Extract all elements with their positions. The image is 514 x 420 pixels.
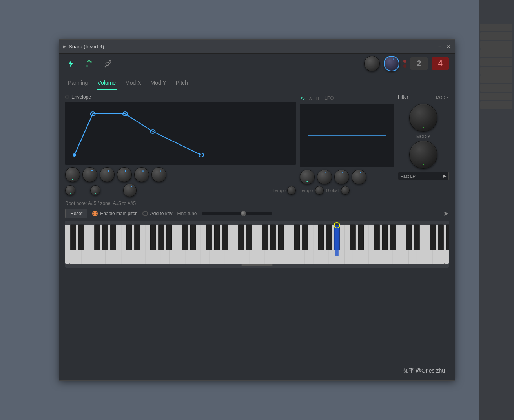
arrow-right-button[interactable]: ➤ — [443, 209, 449, 218]
add-to-key-group: Add to key — [142, 211, 173, 216]
toolbar-knob-2[interactable] — [384, 56, 399, 71]
svg-point-1 — [88, 60, 90, 61]
svg-rect-91 — [414, 225, 419, 250]
enable-pitch-radio[interactable] — [92, 211, 98, 216]
settings-icon[interactable] — [103, 58, 114, 69]
svg-rect-83 — [326, 225, 332, 250]
envelope-knobs-row2: Tempo — [65, 184, 296, 197]
lfo-knob-2[interactable] — [317, 170, 332, 184]
svg-rect-82 — [318, 225, 324, 250]
main-window: ▶ Snare (Insert 4) − ✕ — [59, 39, 455, 381]
env-knob-5[interactable] — [134, 167, 149, 182]
enable-pitch-label: Enable main pitch — [100, 211, 137, 216]
tab-pitch[interactable]: Pitch — [175, 77, 189, 90]
piano-nav-left[interactable]: < — [68, 261, 71, 267]
piano-nav-right[interactable]: > — [443, 261, 446, 267]
env-knob-2[interactable] — [82, 167, 97, 182]
env-knob-sub-3[interactable] — [123, 184, 137, 197]
lfo-sub-row: Tempo Global — [300, 186, 394, 195]
tab-bar: Panning Volume Mod X Mod Y Pitch — [59, 73, 455, 90]
lfo-tempo-label: Tempo — [300, 188, 313, 193]
title-controls: − ✕ — [438, 44, 451, 49]
watermark: 知乎 @Ories zhu — [403, 367, 445, 374]
svg-rect-65 — [126, 225, 132, 250]
svg-rect-61 — [78, 225, 84, 250]
lfo-square-icon[interactable]: ⊓ — [315, 95, 320, 102]
indicator-dot-1 — [403, 60, 406, 63]
env-knob-sub-1[interactable] — [65, 185, 75, 195]
toolbar-knob-1[interactable] — [364, 56, 380, 71]
tempo-knob[interactable] — [287, 186, 296, 195]
lfo-knob-4[interactable] — [352, 170, 366, 184]
tab-volume[interactable]: Volume — [97, 77, 117, 90]
envelope-section: Envelope — [65, 94, 296, 197]
svg-rect-94 — [446, 225, 449, 250]
lfo-global-knob[interactable] — [341, 186, 350, 195]
tab-modx[interactable]: Mod X — [124, 77, 142, 90]
svg-rect-63 — [102, 225, 108, 250]
svg-rect-81 — [302, 225, 308, 250]
filter-dropdown-arrow: ▶ — [443, 173, 446, 179]
svg-rect-60 — [70, 225, 76, 250]
lfo-label: LFO — [324, 95, 334, 101]
tab-panning[interactable]: Panning — [67, 77, 89, 90]
svg-rect-72 — [206, 225, 212, 250]
piano-svg — [65, 221, 449, 268]
svg-rect-90 — [406, 225, 412, 250]
lfo-sine-icon[interactable]: ∿ — [300, 94, 306, 102]
enable-pitch-group: Enable main pitch — [92, 211, 137, 216]
mody-knob[interactable] — [409, 141, 437, 169]
svg-rect-85 — [350, 225, 355, 250]
svg-rect-66 — [134, 225, 140, 250]
modx-knob[interactable] — [409, 104, 437, 132]
minimize-button[interactable]: − — [438, 44, 441, 49]
envelope-knobs-row1 — [65, 167, 296, 182]
envelope-radio[interactable] — [65, 95, 69, 99]
tab-mody[interactable]: Mod Y — [150, 77, 167, 90]
title-bar-left: ▶ Snare (Insert 4) — [63, 44, 104, 49]
piano-keyboard[interactable]: < > — [65, 221, 449, 268]
lfo-section: ∿ ∧ ⊓ LFO — [300, 94, 394, 197]
envelope-label: Envelope — [71, 94, 91, 100]
add-to-key-radio[interactable] — [142, 211, 148, 216]
mod-y-label: MOD Y — [398, 134, 449, 139]
svg-point-2 — [90, 61, 92, 63]
lfo-waveform-icons: ∿ ∧ ⊓ — [300, 94, 320, 102]
svg-line-3 — [105, 65, 107, 67]
lfo-tempo-knob[interactable] — [315, 186, 324, 195]
indicator-dot-2 — [403, 64, 406, 68]
reset-button[interactable]: Reset — [65, 209, 87, 218]
env-knob-1[interactable] — [65, 167, 80, 182]
env-knob-3[interactable] — [100, 167, 115, 182]
lfo-display[interactable] — [300, 104, 394, 167]
env-knob-sub-2[interactable] — [90, 185, 100, 195]
filter-section: Filter MOD X MOD Y Fast LP ▶ — [398, 94, 449, 197]
envelope-canvas[interactable] — [65, 102, 296, 165]
plugin-icon[interactable] — [65, 58, 76, 69]
env-knob-4[interactable] — [117, 167, 132, 182]
svg-rect-86 — [358, 225, 364, 250]
fine-tune-thumb[interactable] — [241, 211, 246, 216]
envelope-icon[interactable] — [84, 58, 95, 69]
lfo-knobs-row — [300, 170, 394, 184]
svg-rect-96 — [335, 228, 339, 256]
tempo-label: Tempo — [273, 188, 286, 193]
lfo-triangle-icon[interactable]: ∧ — [308, 94, 313, 102]
root-note-text: Root note: A#5 / zone: A#5 to A#5 — [65, 201, 136, 206]
fine-tune-slider[interactable] — [202, 212, 272, 215]
title-collapse-arrow[interactable]: ▶ — [63, 44, 66, 49]
svg-rect-70 — [182, 225, 188, 250]
badge-number-2[interactable]: 2 — [410, 57, 428, 70]
window-title: Snare (Insert 4) — [69, 44, 104, 49]
svg-rect-64 — [110, 225, 116, 250]
svg-rect-93 — [438, 225, 443, 250]
piano-scrollbar[interactable] — [241, 264, 273, 266]
env-knob-6[interactable] — [151, 167, 166, 182]
mod-x-label: MOD X — [436, 95, 449, 100]
lfo-knob-1[interactable] — [300, 170, 315, 184]
close-button[interactable]: ✕ — [446, 44, 451, 49]
lfo-knob-3[interactable] — [334, 170, 349, 184]
badge-number-4[interactable]: 4 — [432, 57, 449, 70]
filter-dropdown[interactable]: Fast LP ▶ — [398, 172, 449, 180]
svg-rect-76 — [246, 225, 252, 250]
